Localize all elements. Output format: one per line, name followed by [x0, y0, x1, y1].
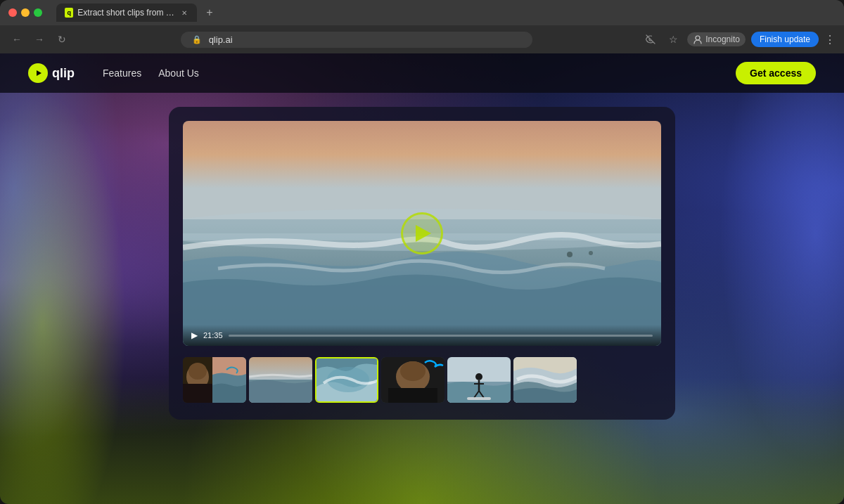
toolbar-right: ☆ Incognito Finish update ⋮ — [642, 31, 836, 48]
thumbnail-svg — [447, 357, 511, 403]
svg-point-7 — [589, 251, 593, 255]
refresh-button[interactable]: ↻ — [53, 31, 70, 48]
incognito-label: Incognito — [705, 34, 740, 44]
svg-rect-22 — [388, 388, 437, 403]
page-content: qlip Features About Us Get access Get ac… — [0, 53, 844, 504]
svg-rect-13 — [183, 384, 212, 403]
back-button[interactable]: ← — [8, 31, 25, 48]
new-tab-button[interactable]: + — [201, 4, 218, 21]
video-controls: ▶ 21:35 — [183, 325, 661, 346]
svg-point-0 — [696, 36, 700, 40]
tab-close-button[interactable]: ✕ — [180, 8, 188, 18]
close-button[interactable] — [8, 8, 17, 17]
progress-bar-container: ▶ 21:35 — [191, 330, 653, 340]
nav-about-us[interactable]: About Us — [158, 67, 199, 79]
logo-text: qlip — [52, 66, 75, 81]
play-button[interactable] — [401, 212, 443, 254]
address-url-box[interactable]: 🔒 qlip.ai — [181, 32, 532, 48]
navbar: qlip Features About Us Get access — [0, 53, 844, 93]
thumbnail-svg — [381, 357, 445, 403]
play-triangle-icon — [416, 225, 431, 242]
thumbnail-item[interactable] — [381, 357, 445, 403]
thumbnail-svg — [316, 358, 378, 403]
logo[interactable]: qlip — [28, 63, 75, 83]
title-bar: q Extract short clips from your... ✕ + — [0, 0, 844, 25]
thumbnail-item[interactable] — [513, 357, 577, 403]
svg-rect-30 — [467, 397, 491, 400]
nav-features[interactable]: Features — [103, 67, 141, 79]
video-card: ▶ 21:35 — [169, 107, 675, 420]
browser-tab[interactable]: q Extract short clips from your... ✕ — [56, 4, 197, 22]
svg-point-6 — [567, 252, 573, 257]
thumbnail-item[interactable] — [249, 357, 312, 403]
nav-links: Features About Us — [103, 67, 199, 79]
progress-track[interactable] — [229, 335, 653, 337]
logo-icon — [28, 63, 48, 83]
thumbnail-strip — [183, 357, 661, 406]
traffic-lights — [8, 8, 42, 17]
lock-icon: 🔒 — [192, 35, 202, 44]
time-display: 21:35 — [203, 331, 223, 340]
address-input-container: 🔒 qlip.ai — [76, 32, 637, 48]
thumbnail-svg — [183, 357, 246, 403]
svg-point-25 — [475, 373, 482, 380]
url-text: qlip.ai — [209, 34, 233, 45]
more-options-button[interactable]: ⋮ — [824, 33, 836, 46]
incognito-badge: Incognito — [687, 32, 746, 46]
bookmark-icon[interactable]: ☆ — [665, 31, 682, 48]
thumbnail-svg — [513, 357, 577, 403]
thumbnail-item[interactable] — [183, 357, 246, 403]
minimize-button[interactable] — [21, 8, 30, 17]
tab-title: Extract short clips from your... — [77, 8, 175, 18]
maximize-button[interactable] — [34, 8, 42, 17]
main-content: ▶ 21:35 — [0, 93, 844, 427]
thumbnail-svg — [249, 357, 312, 403]
play-small-icon[interactable]: ▶ — [191, 330, 198, 340]
eye-off-icon[interactable] — [642, 31, 659, 48]
svg-point-12 — [188, 363, 207, 380]
thumbnail-item[interactable] — [447, 357, 511, 403]
video-player[interactable]: ▶ 21:35 — [183, 121, 661, 346]
finish-update-label: Finish update — [760, 34, 810, 44]
finish-update-button[interactable]: Finish update — [751, 32, 819, 47]
address-bar: ← → ↻ 🔒 qlip.ai ☆ Incognito — [0, 25, 844, 53]
forward-button[interactable]: → — [31, 31, 48, 48]
browser-window: q Extract short clips from your... ✕ + ←… — [0, 0, 844, 504]
get-access-button[interactable]: Get access — [736, 62, 816, 84]
thumbnail-item[interactable] — [315, 357, 378, 403]
tab-favicon-icon: q — [65, 8, 73, 18]
tab-bar: q Extract short clips from your... ✕ + — [56, 4, 836, 22]
svg-point-21 — [400, 361, 426, 381]
nav-cta: Get access — [736, 62, 816, 84]
